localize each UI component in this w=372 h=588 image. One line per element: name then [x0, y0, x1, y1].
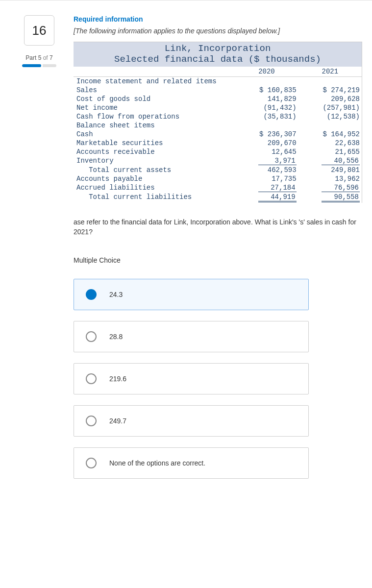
- table-row: Income statement and related items: [74, 77, 362, 86]
- value-2021: [298, 121, 362, 130]
- question-text: ase refer to the financial data for Link…: [74, 218, 362, 237]
- row-label: Total current liabilities: [74, 193, 235, 203]
- table-row: Balance sheet items: [74, 121, 362, 130]
- question-number: 16: [32, 23, 47, 38]
- radio-icon: [86, 416, 97, 426]
- row-label: Cash: [74, 130, 235, 139]
- radio-icon: [86, 331, 97, 342]
- value-2021: 21,655: [298, 147, 362, 156]
- value-2021: 76,596: [298, 183, 362, 193]
- choice-label: 219.6: [109, 375, 126, 383]
- choice-label: None of the options are correct.: [109, 459, 205, 467]
- table-row: Accounts receivable12,64521,655: [74, 147, 362, 156]
- value-2020: 3,971: [235, 156, 298, 166]
- value-2020: $ 160,835: [235, 86, 298, 95]
- table-row: Cost of goods sold141,829209,628: [74, 95, 362, 103]
- table-row: Inventory3,97140,556: [74, 156, 362, 166]
- table-row: Marketable securities209,67022,638: [74, 139, 362, 147]
- value-2020: 141,829: [235, 95, 298, 103]
- value-2021: 22,638: [298, 139, 362, 147]
- bracket-note: [The following information applies to th…: [74, 27, 362, 35]
- value-2021: $ 164,952: [298, 130, 362, 139]
- col-header-2020: 2020: [235, 67, 298, 77]
- value-2021: 209,628: [298, 95, 362, 103]
- row-label: Total current assets: [74, 166, 235, 174]
- table-row: Cash flow from operations(35,831)(12,538…: [74, 112, 362, 121]
- value-2021: 40,556: [298, 156, 362, 166]
- row-label: Sales: [74, 86, 235, 95]
- table-row: Accounts payable17,73513,962: [74, 174, 362, 183]
- table-row: Total current liabilities44,91990,558: [74, 193, 362, 203]
- table-row: Cash$ 236,307$ 164,952: [74, 130, 362, 139]
- row-label: Inventory: [74, 156, 235, 166]
- part-label: Part 5 of 7: [10, 54, 69, 61]
- value-2021: 90,558: [298, 193, 362, 203]
- col-header-2021: 2021: [298, 67, 362, 77]
- table-row: Accrued liabilities27,18476,596: [74, 183, 362, 193]
- row-label: Cost of goods sold: [74, 95, 235, 103]
- row-label: Balance sheet items: [74, 121, 235, 130]
- choice-label: 28.8: [109, 333, 123, 341]
- choice-option[interactable]: 24.3: [74, 279, 309, 310]
- multiple-choice-label: Multiple Choice: [74, 256, 362, 264]
- value-2021: $ 274,219: [298, 86, 362, 95]
- value-2020: (35,831): [235, 112, 298, 121]
- value-2020: 12,645: [235, 147, 298, 156]
- row-label: Net income: [74, 103, 235, 112]
- value-2021: [298, 77, 362, 86]
- financial-data-card: Link, Incorporation Selected financial d…: [74, 42, 362, 203]
- choice-option[interactable]: 28.8: [74, 321, 309, 352]
- row-label: Accounts payable: [74, 174, 235, 183]
- value-2021: (257,981): [298, 103, 362, 112]
- row-label: Cash flow from operations: [74, 112, 235, 121]
- value-2020: [235, 121, 298, 130]
- choice-option[interactable]: 219.6: [74, 363, 309, 394]
- value-2020: [235, 77, 298, 86]
- company-name: Link, Incorporation: [74, 43, 362, 54]
- financial-table: 2020 2021 Income statement and related i…: [74, 67, 362, 203]
- value-2020: (91,432): [235, 103, 298, 112]
- choice-label: 24.3: [109, 291, 123, 298]
- statement-title: Selected financial data ($ thousands): [74, 54, 362, 65]
- radio-icon: [86, 289, 97, 300]
- table-row: Sales$ 160,835$ 274,219: [74, 86, 362, 95]
- choice-option[interactable]: 249.7: [74, 405, 309, 437]
- choice-option[interactable]: None of the options are correct.: [74, 447, 309, 479]
- value-2020: 17,735: [235, 174, 298, 183]
- radio-icon: [86, 458, 97, 468]
- required-information-heading: Required information: [74, 15, 362, 23]
- value-2020: 462,593: [235, 166, 298, 174]
- table-row: Net income(91,432)(257,981): [74, 103, 362, 112]
- value-2020: 44,919: [235, 193, 298, 203]
- value-2021: 13,962: [298, 174, 362, 183]
- value-2020: $ 236,307: [235, 130, 298, 139]
- progress-bar: [22, 64, 56, 67]
- value-2020: 209,670: [235, 139, 298, 147]
- row-label: Accrued liabilities: [74, 183, 235, 193]
- table-row: Total current assets462,593249,801: [74, 166, 362, 174]
- question-number-box: 16: [24, 15, 54, 46]
- radio-icon: [86, 373, 97, 384]
- row-label: Marketable securities: [74, 139, 235, 147]
- value-2021: (12,538): [298, 112, 362, 121]
- value-2020: 27,184: [235, 183, 298, 193]
- financial-header: Link, Incorporation Selected financial d…: [74, 42, 362, 67]
- row-label: Accounts receivable: [74, 147, 235, 156]
- value-2021: 249,801: [298, 166, 362, 174]
- choice-label: 249.7: [109, 417, 126, 425]
- row-label: Income statement and related items: [74, 77, 235, 86]
